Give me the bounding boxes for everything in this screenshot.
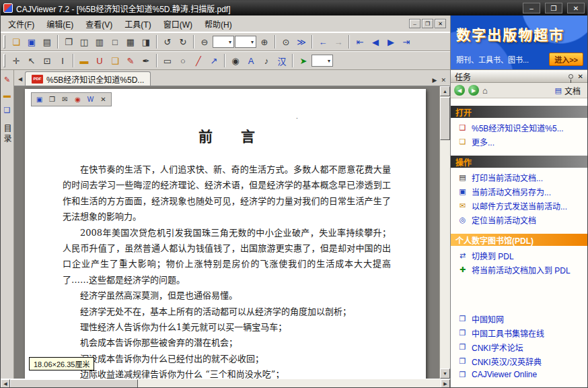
link-cnki[interactable]: ❒中国知网: [452, 312, 586, 326]
zoom-mode-dropdown[interactable]: ▾: [213, 36, 234, 48]
underline-tool-button[interactable]: U: [92, 53, 107, 68]
page-fit-button[interactable]: ◫: [77, 34, 91, 49]
digital-market-banner[interactable]: 数字出版物超市 期刊、工具书、图书... 进入>>: [451, 15, 587, 70]
print-button[interactable]: ▤: [40, 34, 54, 49]
section-header-pdl[interactable]: 个人数字图书馆(PDL): [451, 234, 587, 246]
scroll-right-button[interactable]: ▶: [441, 379, 450, 388]
previous-view-button[interactable]: ←: [316, 34, 330, 49]
camera-button[interactable]: ◉: [228, 53, 243, 68]
section-header-actions[interactable]: 操作: [451, 156, 587, 168]
strip-note-icon[interactable]: ❑: [4, 106, 11, 115]
pen-tool-button[interactable]: ✒: [139, 53, 153, 68]
ocr-button[interactable]: A: [244, 53, 258, 68]
menu-view[interactable]: 查看(V): [79, 15, 118, 32]
nav-back-button[interactable]: ◀: [454, 85, 465, 96]
note-tool-button[interactable]: ❑: [108, 53, 122, 68]
tab-scroll-left-button[interactable]: ◀: [15, 72, 25, 86]
line-tool-button[interactable]: ╱: [191, 53, 206, 68]
open-current-doc-link[interactable]: ❑%5B经济知识全知道%5...: [452, 121, 586, 135]
open-more-link[interactable]: ❏更多...: [452, 135, 586, 149]
rotate-left-button[interactable]: ↺: [160, 34, 175, 49]
rotate-right-button[interactable]: ↻: [176, 34, 190, 49]
page-save-button[interactable]: ▣: [34, 94, 45, 104]
last-page-button[interactable]: ⇥: [399, 34, 414, 49]
scroll-down-button[interactable]: ▼: [440, 368, 450, 379]
menu-file[interactable]: 文件(F): [2, 15, 40, 32]
facing-page-button[interactable]: ◨: [139, 34, 153, 49]
text-select-tool-button[interactable]: I: [55, 53, 70, 68]
open-button[interactable]: ❏: [9, 34, 24, 49]
page-width-button[interactable]: ▥: [92, 34, 107, 49]
next-view-button[interactable]: →: [331, 34, 346, 49]
banner-enter-button[interactable]: 进入>>: [549, 53, 583, 66]
horizontal-scrollbar[interactable]: ◀ ▶: [1, 379, 450, 388]
hand-tool-button[interactable]: ✛: [9, 53, 24, 68]
send-to-button[interactable]: ➤: [296, 53, 311, 68]
zoom-out-button[interactable]: ⊖: [197, 34, 212, 49]
saveas-current-doc-link[interactable]: ▣当前活动文档另存为...: [452, 185, 586, 199]
minimize-button[interactable]: –: [523, 3, 540, 13]
mdi-restore-button[interactable]: ❐: [422, 19, 433, 28]
rectangle-tool-button[interactable]: ▭: [160, 53, 175, 68]
section-header-open[interactable]: 打开: [451, 106, 587, 118]
link-cnki-dictionary[interactable]: ❒CNKI英汉/汉英辞典: [452, 354, 586, 368]
find-next-button[interactable]: ≫: [294, 34, 309, 49]
single-page-button[interactable]: □: [108, 34, 122, 49]
maximize-button[interactable]: ❐: [545, 3, 562, 13]
find-button[interactable]: ⊙: [279, 34, 293, 49]
link-cnki-forum[interactable]: ❒CNKI学术论坛: [452, 340, 586, 354]
tab-close-button[interactable]: ✕: [441, 77, 446, 84]
vertical-scrollbar[interactable]: ▲ ▼: [439, 86, 450, 379]
menu-window[interactable]: 窗口(W): [157, 15, 198, 32]
page-copy-button[interactable]: ❐: [46, 94, 58, 104]
next-page-button[interactable]: ▶: [383, 34, 398, 49]
pencil-tool-button[interactable]: ✎: [123, 53, 138, 68]
save-button[interactable]: ▣: [24, 34, 39, 49]
snapshot-tool-button[interactable]: ⊡: [40, 53, 54, 68]
mail-current-doc-link[interactable]: ✉以邮件方式发送当前活动...: [452, 199, 586, 213]
strip-highlight-icon[interactable]: ▬: [3, 91, 11, 99]
link-reference-books[interactable]: ❒中国工具书集锦在线: [452, 326, 586, 340]
highlight-tool-button[interactable]: ▬: [77, 53, 91, 68]
link-cajviewer-online[interactable]: ❒CAJViewer Online: [452, 368, 586, 381]
toolbar-grip[interactable]: [3, 54, 5, 67]
horizontal-scroll-thumb[interactable]: [10, 379, 138, 388]
translate-button[interactable]: 汉: [274, 53, 289, 68]
mdi-close-button[interactable]: ✕: [435, 19, 446, 28]
page-toolbar-close-button[interactable]: ✕: [98, 94, 109, 104]
toolbar-grip[interactable]: [3, 35, 5, 48]
nav-forward-button[interactable]: ▶: [468, 85, 479, 96]
home-icon[interactable]: ⌂: [482, 86, 488, 96]
scroll-up-button[interactable]: ▲: [440, 86, 450, 96]
previous-page-button[interactable]: ◀: [368, 34, 383, 49]
close-button[interactable]: ✕: [567, 3, 585, 13]
sidebar-tab-toc[interactable]: 目录: [1, 124, 13, 144]
tab-scroll-right-button[interactable]: ▶: [433, 77, 437, 84]
vertical-scroll-thumb[interactable]: [440, 97, 450, 140]
mdi-minimize-button[interactable]: –: [409, 19, 420, 28]
select-tool-button[interactable]: ↖: [24, 53, 39, 68]
page-mail-button[interactable]: ✉: [59, 94, 71, 104]
zoom-in-button[interactable]: ⊕: [257, 34, 272, 49]
task-pane-doc-tab[interactable]: ▤ 文档: [552, 84, 584, 97]
add-to-pdl-link[interactable]: ✚将当前活动文档加入到 PDL: [452, 263, 586, 277]
sound-button[interactable]: ♪: [259, 53, 274, 68]
oval-tool-button[interactable]: ○: [176, 53, 190, 68]
locate-current-doc-link[interactable]: ◎定位当前活动文档: [452, 213, 586, 227]
menu-edit[interactable]: 编辑(E): [40, 15, 79, 32]
menu-tools[interactable]: 工具(T): [118, 15, 157, 32]
page-actual-size-button[interactable]: ❐: [61, 34, 76, 49]
pin-icon[interactable]: [568, 74, 573, 79]
scroll-left-button[interactable]: ◀: [1, 379, 10, 388]
first-page-button[interactable]: ⇤: [353, 34, 367, 49]
menu-help[interactable]: 帮助(H): [198, 15, 238, 32]
strip-pen-icon[interactable]: ✎: [4, 75, 10, 84]
zoom-level-dropdown[interactable]: ▾: [235, 36, 256, 48]
send-to-dropdown[interactable]: ▾: [311, 55, 333, 67]
print-current-doc-link[interactable]: ▤打印当前活动文档...: [452, 170, 586, 185]
switch-to-pdl-link[interactable]: ⇄切换到 PDL: [452, 249, 586, 263]
page-word-export-button[interactable]: W: [85, 94, 96, 104]
continuous-page-button[interactable]: ▦: [123, 34, 138, 49]
arrow-tool-button[interactable]: ↗: [207, 53, 221, 68]
page-stamp-button[interactable]: ◉: [72, 94, 83, 104]
